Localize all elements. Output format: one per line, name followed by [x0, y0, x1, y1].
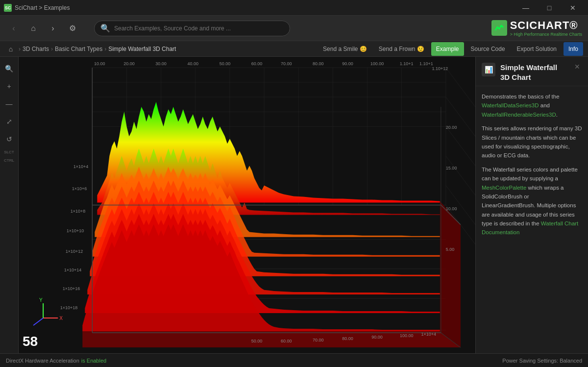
close-button[interactable]: ✕ — [562, 0, 584, 16]
logo-subtitle: > High Performance Realtime Charts — [510, 32, 582, 37]
breadcrumb-current: Simple Waterfall 3D Chart — [108, 46, 176, 52]
zoom-in-tool[interactable]: + — [1, 78, 17, 94]
svg-text:1.10+12: 1.10+12 — [432, 66, 448, 71]
link-waterfall-renderable[interactable]: WaterfallRenderableSeries3D — [482, 112, 556, 118]
titlebar-controls: — □ ✕ — [514, 0, 584, 16]
desc-1: Demonstrates the basics of the Waterfall… — [482, 92, 582, 119]
search-icon: 🔍 — [100, 24, 110, 33]
main-content: 🔍 + — ⤢ ↺ SLCT CTRL — [0, 57, 588, 353]
svg-text:5.00: 5.00 — [446, 247, 455, 252]
breadcrumb-sep-1: › — [19, 46, 21, 52]
svg-text:60.00: 60.00 — [251, 61, 263, 66]
svg-text:40.00: 40.00 — [187, 61, 198, 66]
svg-text:10.00: 10.00 — [446, 206, 457, 211]
panel-title: Simple Waterfall 3D Chart — [500, 63, 567, 82]
logo-area: SCICHART® > High Performance Realtime Ch… — [491, 19, 582, 37]
status-enabled: is Enabled — [81, 358, 106, 364]
maximize-button[interactable]: □ — [538, 0, 561, 16]
send-frown-button[interactable]: Send a Frown 😟 — [374, 42, 429, 56]
svg-text:90.00: 90.00 — [371, 335, 383, 340]
titlebar-left: SC SciChart > Examples — [4, 4, 70, 12]
panel-content: Demonstrates the basics of the Waterfall… — [476, 86, 588, 353]
svg-text:1×10+6: 1×10+6 — [72, 186, 87, 191]
logo-icon — [491, 20, 507, 36]
zoom-out-tool[interactable]: — — [1, 96, 17, 112]
svg-text:1×10+4: 1×10+4 — [421, 332, 437, 337]
info-button[interactable]: Info — [564, 42, 583, 56]
settings-button[interactable]: ⚙ — [65, 21, 80, 36]
statusbar: DirectX Hardware Acceleration is Enabled… — [0, 353, 588, 367]
logo-title: SCICHART® — [510, 19, 582, 32]
breadcrumb-sep-3: › — [104, 46, 106, 52]
info-panel: 📊 Simple Waterfall 3D Chart ✕ Demonstrat… — [475, 57, 588, 353]
close-panel-button[interactable]: ✕ — [572, 63, 582, 71]
select-label[interactable]: SLCT — [2, 149, 16, 155]
zoom-tool[interactable]: 🔍 — [1, 61, 17, 76]
breadcrumb-3d-charts[interactable]: 3D Charts — [23, 46, 49, 52]
source-code-button[interactable]: Source Code — [466, 42, 510, 56]
svg-text:1×10+18: 1×10+18 — [60, 305, 78, 310]
svg-text:10.00: 10.00 — [94, 61, 105, 66]
svg-text:20.00: 20.00 — [446, 125, 457, 130]
svg-text:1×10+12: 1×10+12 — [66, 249, 83, 254]
svg-text:1×10+10: 1×10+10 — [67, 228, 84, 233]
left-toolbar: 🔍 + — ⤢ ↺ SLCT CTRL — [0, 57, 19, 353]
nav-home-button[interactable]: ⌂ — [5, 43, 17, 55]
rotate-tool[interactable]: ↺ — [1, 131, 17, 147]
svg-text:70.00: 70.00 — [281, 61, 292, 66]
search-bar[interactable]: 🔍 — [94, 21, 290, 36]
svg-text:80.00: 80.00 — [342, 336, 353, 341]
breadcrumb-sep-2: › — [51, 46, 53, 52]
svg-text:70.00: 70.00 — [313, 338, 324, 343]
svg-text:1×10+14: 1×10+14 — [64, 268, 82, 272]
ctrl-label[interactable]: CTRL — [2, 157, 16, 164]
forward-button[interactable]: › — [45, 21, 61, 36]
app-icon: SC — [4, 4, 12, 12]
chart-area[interactable]: 10.00 20.00 30.00 40.00 50.00 60.00 70.0… — [19, 57, 475, 353]
panel-header: 📊 Simple Waterfall 3D Chart ✕ — [476, 57, 588, 86]
svg-text:1×10+16: 1×10+16 — [63, 286, 80, 291]
svg-text:1.10+1: 1.10+1 — [419, 61, 433, 66]
send-smile-button[interactable]: Send a Smile 😊 — [318, 42, 372, 56]
desc-2: This series allows rendering of many 3D … — [482, 124, 582, 160]
navbar: ⌂ › 3D Charts › Basic Chart Types › Simp… — [0, 41, 588, 57]
svg-text:100.00: 100.00 — [400, 333, 414, 338]
minimize-button[interactable]: — — [514, 0, 537, 16]
svg-text:90.00: 90.00 — [342, 61, 353, 66]
svg-text:15.00: 15.00 — [446, 166, 457, 171]
status-left-text: DirectX Hardware Acceleration — [6, 358, 79, 364]
svg-text:1.10+1: 1.10+1 — [400, 61, 414, 66]
export-solution-button[interactable]: Export Solution — [512, 42, 562, 56]
fps-counter: 58 — [23, 334, 38, 349]
svg-text:20.00: 20.00 — [123, 61, 135, 66]
titlebar-title: SciChart > Examples — [15, 4, 70, 11]
svg-text:50.00: 50.00 — [251, 339, 263, 343]
home-button[interactable]: ⌂ — [25, 21, 41, 36]
svg-text:50.00: 50.00 — [220, 61, 231, 66]
svg-text:30.00: 30.00 — [155, 61, 167, 66]
link-mesh-palette[interactable]: MeshColorPalette — [482, 185, 526, 191]
logo-text-area: SCICHART® > High Performance Realtime Ch… — [510, 19, 582, 37]
example-tab-button[interactable]: Example — [431, 42, 464, 56]
svg-text:80.00: 80.00 — [313, 61, 324, 66]
expand-tool[interactable]: ⤢ — [1, 114, 17, 129]
svg-text:Y: Y — [39, 297, 43, 303]
navbar-right: Send a Smile 😊 Send a Frown 😟 Example So… — [318, 42, 583, 56]
link-waterfall-data[interactable]: WaterfallDataSeries3D — [482, 102, 539, 108]
waterfall-chart: 10.00 20.00 30.00 40.00 50.00 60.00 70.0… — [19, 57, 475, 353]
search-input[interactable] — [114, 25, 284, 32]
svg-text:1×10+4: 1×10+4 — [74, 164, 89, 169]
panel-icon: 📊 — [482, 63, 495, 76]
desc-3: The Waterfall series colors and palette … — [482, 165, 582, 237]
titlebar: SC SciChart > Examples — □ ✕ — [0, 0, 588, 16]
svg-text:X: X — [59, 316, 63, 321]
svg-text:100.00: 100.00 — [370, 61, 384, 66]
back-button[interactable]: ‹ — [6, 21, 22, 36]
breadcrumb-basic-types[interactable]: Basic Chart Types — [55, 46, 102, 52]
svg-text:60.00: 60.00 — [281, 339, 292, 343]
svg-text:1×10+8: 1×10+8 — [71, 209, 86, 214]
status-right-text: Power Saving Settings: Balanced — [502, 358, 582, 364]
toolbar: ‹ ⌂ › ⚙ 🔍 SCICHART® > High Performance R… — [0, 16, 588, 41]
